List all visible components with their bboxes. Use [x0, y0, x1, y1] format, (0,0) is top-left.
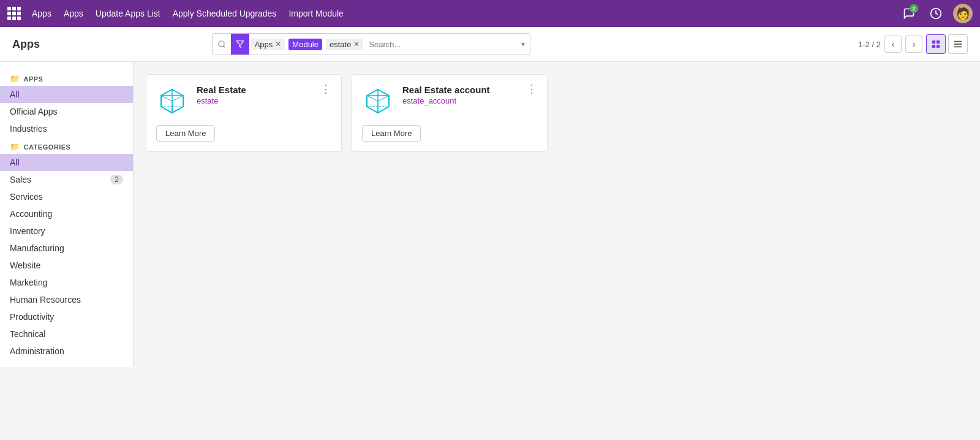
main-content: ⋮ Real Estate: [134, 62, 980, 367]
app-icon-2: [362, 85, 394, 116]
sidebar-item-productivity[interactable]: Productivity: [0, 308, 133, 325]
card-menu-button-2[interactable]: ⋮: [524, 82, 540, 96]
card-menu-button-1[interactable]: ⋮: [318, 82, 334, 96]
navbar-link-update[interactable]: Update Apps List: [94, 6, 162, 21]
app-name-1: Real Estate: [197, 85, 331, 95]
navbar: Apps Apps Update Apps List Apply Schedul…: [0, 0, 980, 27]
app-info-2: Real Estate account estate_account: [402, 85, 537, 105]
grid-menu-icon[interactable]: [7, 7, 21, 20]
pager-prev-button[interactable]: ‹: [884, 36, 902, 53]
folder-icon: 📁: [10, 74, 20, 83]
clock-button[interactable]: [926, 4, 946, 23]
app-tech-name-2: estate_account: [402, 96, 537, 105]
sidebar-item-all-categories[interactable]: All: [0, 154, 133, 171]
categories-section-label: 📁 CATEGORIES: [0, 137, 133, 154]
svg-marker-3: [236, 41, 244, 48]
svg-rect-4: [932, 40, 935, 44]
remove-apps-tag[interactable]: ✕: [275, 40, 281, 48]
sidebar-item-accounting[interactable]: Accounting: [0, 205, 133, 222]
card-header-2: Real Estate account estate_account: [362, 85, 537, 116]
svg-rect-5: [937, 40, 940, 44]
sidebar-item-services[interactable]: Services: [0, 188, 133, 205]
svg-line-22: [378, 96, 389, 101]
card-header-1: Real Estate estate: [156, 85, 331, 116]
svg-rect-9: [954, 44, 962, 45]
pager-text: 1-2 / 2: [858, 40, 881, 49]
remove-estate-tag[interactable]: ✕: [353, 40, 360, 48]
learn-more-button-1[interactable]: Learn More: [156, 125, 215, 142]
sidebar-item-all-apps[interactable]: All: [0, 86, 133, 103]
svg-rect-8: [954, 41, 962, 42]
messages-badge: 2: [910, 4, 918, 13]
content-area: 📁 APPS All Official Apps Industries 📁 CA…: [0, 62, 980, 367]
svg-line-2: [223, 46, 225, 48]
sidebar-item-human-resources[interactable]: Human Resources: [0, 291, 133, 308]
app-card-real-estate-account: ⋮ Real Estate a: [352, 74, 548, 152]
navbar-link-apps[interactable]: Apps: [62, 6, 85, 21]
pager: 1-2 / 2 ‹ ›: [858, 34, 968, 54]
apps-section-label: 📁 APPS: [0, 69, 133, 86]
navbar-link-import[interactable]: Import Module: [287, 6, 344, 21]
navbar-link-upgrades[interactable]: Apply Scheduled Upgrades: [172, 6, 278, 21]
svg-line-15: [172, 96, 183, 101]
app-icon-1: [156, 85, 188, 116]
svg-rect-10: [954, 47, 962, 48]
navbar-apps-label: Apps: [31, 6, 53, 21]
app-card-real-estate: ⋮ Real Estate: [146, 74, 342, 152]
sidebar-item-manufacturing[interactable]: Manufacturing: [0, 240, 133, 257]
sidebar: 📁 APPS All Official Apps Industries 📁 CA…: [0, 62, 134, 367]
app-name-2: Real Estate account: [402, 85, 537, 95]
search-input[interactable]: [365, 40, 516, 49]
svg-rect-6: [932, 45, 935, 48]
search-tag-estate[interactable]: estate ✕: [326, 39, 363, 50]
pager-next-button[interactable]: ›: [905, 36, 922, 53]
page-title: Apps: [12, 38, 43, 51]
sidebar-item-official-apps[interactable]: Official Apps: [0, 103, 133, 120]
app-info-1: Real Estate estate: [197, 85, 331, 105]
cards-grid: ⋮ Real Estate: [146, 74, 968, 152]
kanban-view-button[interactable]: [926, 34, 946, 54]
sidebar-item-website[interactable]: Website: [0, 257, 133, 274]
sidebar-item-sales[interactable]: Sales 2: [0, 171, 133, 188]
svg-line-23: [367, 96, 378, 101]
search-dropdown-button[interactable]: ▾: [516, 40, 530, 48]
messages-button[interactable]: 2: [899, 4, 919, 23]
sidebar-item-marketing[interactable]: Marketing: [0, 274, 133, 291]
search-bar: Apps ✕ Module estate ✕ ▾: [212, 33, 530, 55]
folder-icon-2: 📁: [10, 142, 20, 151]
app-tech-name-1: estate: [197, 96, 331, 105]
user-avatar[interactable]: 🧑: [953, 4, 973, 23]
sidebar-item-inventory[interactable]: Inventory: [0, 222, 133, 240]
search-tag-apps[interactable]: Apps ✕: [251, 39, 285, 50]
svg-rect-7: [937, 45, 940, 48]
search-tag-module[interactable]: Module: [288, 39, 322, 50]
list-view-button[interactable]: [948, 34, 968, 54]
search-icon: [213, 40, 231, 48]
learn-more-button-2[interactable]: Learn More: [362, 125, 421, 142]
filter-icon[interactable]: [231, 34, 249, 55]
svg-point-1: [218, 41, 224, 47]
svg-line-16: [161, 96, 172, 101]
sidebar-item-administration[interactable]: Administration: [0, 343, 133, 360]
sidebar-item-industries[interactable]: Industries: [0, 120, 133, 137]
sidebar-item-technical[interactable]: Technical: [0, 325, 133, 343]
header-bar: Apps Apps ✕ Module estate ✕ ▾ 1-2 / 2 ‹ …: [0, 27, 980, 62]
